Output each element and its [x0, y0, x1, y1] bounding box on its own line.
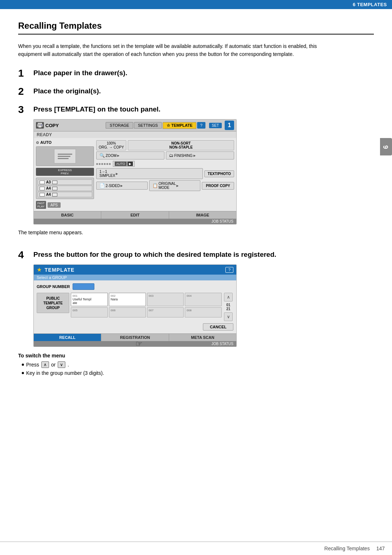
template-cell-008-num: 008 — [187, 309, 220, 312]
aps-btn[interactable]: APS — [48, 202, 61, 208]
auto-icon: ⊙ — [36, 141, 39, 145]
original-icon: 📋 — [152, 183, 158, 188]
switch-menu-title: To switch the menu — [18, 353, 104, 358]
copy-2sided-btn[interactable]: 📄 2-SIDED ▶ — [96, 182, 148, 190]
copy-original-mode-btn[interactable]: 📋 ORIGINALMODE ▶ — [149, 180, 201, 191]
paper-slot-a4-2: A4 — [38, 192, 92, 197]
template-page-indicator: 0121 — [226, 303, 230, 311]
step-1-label: Place paper in the drawer(s). — [33, 69, 127, 77]
copy-nav-image[interactable]: IMAGE — [169, 211, 236, 219]
scroll-down-inline-btn[interactable]: ∨ — [58, 361, 65, 368]
template-nav-recall[interactable]: RECALL — [34, 334, 101, 341]
express-prev-btn[interactable]: EXPRESSPREV. — [36, 168, 94, 176]
copy-nav-basic[interactable]: BASIC — [34, 211, 101, 219]
scroll-up-inline-btn[interactable]: ∧ — [41, 361, 49, 368]
copy-paper-slots: A3 A4 A4 — [36, 178, 94, 199]
step-3-label: Press [TEMPLATE] on the touch panel. — [33, 105, 160, 113]
template-cell-001[interactable]: 001 Useful Template — [71, 293, 108, 306]
copy-set-btn[interactable]: SET — [209, 123, 222, 128]
template-cell-002[interactable]: 002 Nara — [109, 293, 146, 306]
template-cancel-btn[interactable]: CANCEL — [203, 323, 233, 331]
template-help-btn[interactable]: ? — [225, 267, 233, 273]
copy-nav-bar: BASIC EDIT IMAGE — [34, 211, 236, 219]
2sided-icon: 📄 — [99, 183, 105, 188]
copy-tab-template[interactable]: ☆ TEMPLATE — [163, 122, 197, 129]
template-nav-bar: RECALL REGISTRATION META SCAN — [34, 333, 236, 341]
dots-row: AUTO ▶ — [96, 161, 234, 167]
dot-4 — [104, 163, 106, 165]
template-nav-registration[interactable]: REGISTRATION — [101, 334, 169, 341]
template-cell-001-num: 001 — [73, 294, 106, 297]
copy-auto-indicator: AUTO ▶ — [113, 161, 135, 167]
finishing-label: FINISHING — [174, 154, 193, 158]
switch-menu-text-key: Key in the group number (3 digits). — [26, 370, 104, 376]
template-cell-004[interactable]: 004 — [185, 293, 222, 306]
template-cell-005[interactable]: 005 — [71, 307, 108, 317]
switch-menu-or: or — [51, 362, 56, 368]
copy-zoom-btn[interactable]: 🔍 ZOOM ▶ — [96, 151, 164, 159]
template-cell-005-num: 005 — [73, 309, 106, 312]
switch-menu-text-press: Press — [26, 362, 39, 368]
copy-auto-box: AUTO — [115, 162, 127, 166]
fast-play-btn[interactable]: FASTPLAY — [36, 201, 46, 209]
copy-right-panel: 100%ORG. → COPY NON-SORTNON-STAPLE 🔍 ZOO… — [96, 140, 234, 209]
paper-slot-size-a3: A3 — [46, 180, 51, 184]
number-badge-1: 1 — [225, 121, 234, 130]
zoom-label: ZOOM — [106, 154, 117, 158]
template-public-group[interactable]: PUBLICTEMPLATEGROUP — [37, 293, 69, 313]
template-cell-001-name: Useful Template — [73, 297, 106, 305]
switch-menu-period: . — [68, 362, 69, 368]
paper-slot-icon-a3 — [40, 181, 45, 184]
dot-1 — [96, 163, 98, 165]
template-cell-007[interactable]: 007 — [147, 307, 184, 317]
paper-slot-a4-1: A4 — [38, 186, 92, 191]
copy-finishing-btn[interactable]: 🗂 FINISHING ▶ — [166, 151, 234, 159]
bullet-dot-2 — [22, 372, 24, 374]
copy-bottom-left: FASTPLAY APS — [36, 201, 94, 209]
template-scroll-down-btn[interactable]: ∨ — [224, 312, 233, 321]
copy-simplex-row: 1→1SIMPLEX ▶ TEXT/PHOTO — [96, 168, 234, 179]
copy-simplex-btn[interactable]: 1→1SIMPLEX ▶ — [96, 168, 203, 179]
step-2: 2 Place the original(s). — [18, 87, 374, 97]
template-cell-002-name: Nara — [111, 297, 144, 301]
paper-slot-icon-a4-1 — [40, 187, 45, 190]
copy-zoom-finishing-row: 🔍 ZOOM ▶ 🗂 FINISHING ▶ — [96, 151, 234, 159]
step-3: 3 Press [TEMPLATE] on the touch panel. C… — [18, 105, 374, 243]
copy-screenshot: COPY STORAGE SETTINGS ☆ TEMPLATE ? SET 1… — [33, 119, 237, 224]
copy-job-status[interactable]: JOB STATUS — [34, 219, 236, 224]
zoom-arrow: ▶ — [117, 154, 119, 157]
template-cell-004-num: 004 — [187, 294, 220, 297]
template-cell-003[interactable]: 003 — [147, 293, 184, 306]
template-job-status[interactable]: JOB STATUS — [34, 341, 236, 347]
template-cell-006[interactable]: 006 — [109, 307, 146, 317]
copy-tab-settings[interactable]: SETTINGS — [134, 122, 162, 129]
step-2-number: 2 — [18, 86, 33, 97]
template-cell-002-num: 002 — [111, 294, 144, 297]
template-scroll-up-btn[interactable]: ∧ — [224, 293, 233, 301]
template-screenshot: ★ TEMPLATE ? Select a GROUP GROUP NUMBER… — [33, 264, 237, 347]
copy-tab-help[interactable]: ? — [197, 122, 205, 129]
intro-text: When you recall a template, the function… — [18, 42, 334, 58]
paper-slot-a3: A3 — [38, 179, 92, 185]
step-2-label: Place the original(s). — [33, 87, 101, 95]
auto-label: AUTO — [40, 140, 52, 145]
step-3-number: 3 — [18, 104, 33, 116]
template-top-bar: ★ TEMPLATE ? — [34, 265, 236, 275]
copy-nav-edit[interactable]: EDIT — [101, 211, 169, 219]
copy-ready-status: READY — [34, 131, 236, 138]
template-left-col: PUBLICTEMPLATEGROUP — [37, 293, 69, 321]
template-group-input[interactable] — [73, 283, 94, 290]
dot-6 — [109, 163, 111, 165]
finishing-arrow: ▶ — [193, 154, 196, 157]
copy-tab-storage[interactable]: STORAGE — [106, 122, 133, 129]
template-nav-meta-scan[interactable]: META SCAN — [169, 334, 236, 341]
bullet-dot-1 — [22, 364, 24, 366]
copy-text-photo-btn[interactable]: TEXT/PHOTO — [204, 170, 234, 177]
template-cell-008[interactable]: 008 — [185, 307, 222, 317]
svg-rect-2 — [38, 126, 41, 127]
printer-icon — [36, 122, 44, 129]
copy-top-bar: COPY STORAGE SETTINGS ☆ TEMPLATE ? SET 1 — [34, 119, 236, 131]
copy-info-row: 100%ORG. → COPY NON-SORTNON-STAPLE — [96, 140, 234, 150]
copy-proof-copy-btn[interactable]: PROOF COPY — [202, 182, 234, 190]
template-group-label: GROUP NUMBER — [37, 284, 70, 289]
